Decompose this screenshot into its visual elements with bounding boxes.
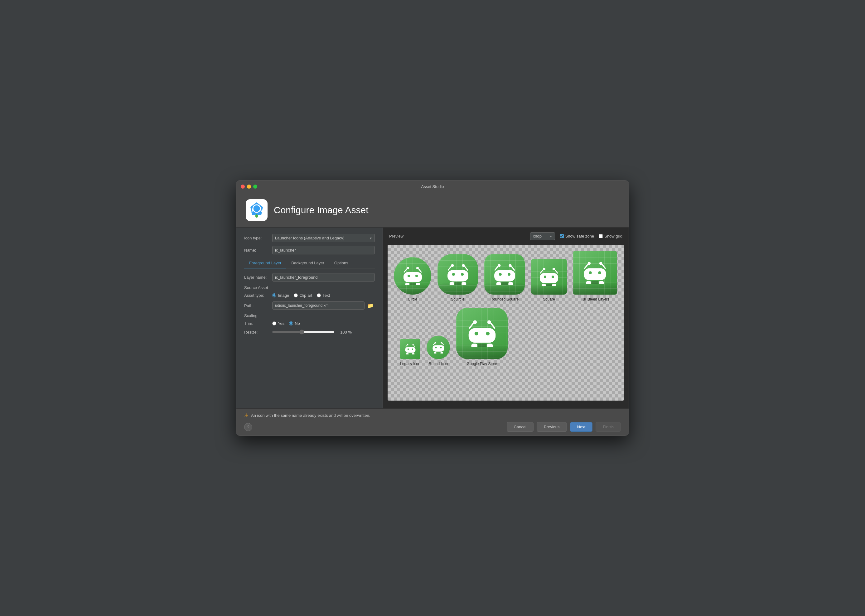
svg-rect-33: [508, 282, 513, 285]
warning-icon: ⚠: [244, 412, 248, 418]
preview-grid: Circle: [388, 245, 624, 401]
svg-point-10: [407, 275, 410, 277]
svg-rect-77: [469, 328, 495, 343]
content-area: Icon type: Launcher Icons (Adaptive and …: [236, 228, 629, 409]
show-grid-label[interactable]: Show grid: [599, 234, 623, 239]
asset-type-clipart-label: Clip art: [299, 293, 312, 298]
icon-legacy: [400, 339, 420, 359]
bottom-actions: ? Cancel Previous Next Finish: [244, 422, 621, 432]
title-bar: Asset Studio: [236, 181, 629, 193]
svg-line-37: [540, 270, 543, 273]
resize-row: Resize: 100 %: [244, 330, 375, 335]
scaling-section: Scaling Trim: Yes No: [244, 313, 375, 335]
header-area: Configure Image Asset: [236, 193, 629, 228]
icon-round: [426, 336, 450, 359]
dpi-select[interactable]: ldpi mdpi hdpi xhdpi xxhdpi xxxhdpi: [530, 232, 555, 240]
icon-type-select[interactable]: Launcher Icons (Adaptive and Legacy) Act…: [272, 234, 375, 242]
svg-rect-24: [455, 282, 461, 285]
trim-group: Yes No: [272, 321, 300, 326]
svg-rect-62: [406, 353, 408, 354]
layer-name-input[interactable]: [272, 273, 375, 281]
asset-type-image[interactable]: Image: [272, 293, 289, 298]
show-safe-zone-label[interactable]: Show safe zone: [560, 234, 594, 239]
asset-type-clipart[interactable]: Clip art: [294, 293, 312, 298]
svg-rect-19: [447, 270, 469, 281]
svg-line-66: [433, 343, 434, 345]
svg-rect-29: [494, 270, 515, 281]
android-icon-google-play: [465, 320, 499, 347]
svg-rect-80: [471, 344, 477, 347]
logo-svg: [247, 201, 266, 220]
tab-background-layer[interactable]: Background Layer: [286, 258, 329, 269]
svg-rect-72: [440, 352, 443, 353]
svg-rect-52: [586, 281, 591, 284]
path-label: Path:: [244, 303, 269, 308]
resize-slider[interactable]: [272, 330, 335, 335]
show-safe-zone-checkbox[interactable]: [560, 234, 564, 238]
trim-yes[interactable]: Yes: [272, 321, 285, 326]
svg-point-40: [544, 276, 546, 278]
asset-type-text[interactable]: Text: [317, 293, 330, 298]
svg-line-17: [448, 267, 451, 270]
svg-point-79: [486, 332, 489, 335]
svg-rect-68: [432, 345, 444, 351]
svg-rect-9: [404, 272, 422, 282]
trim-label: Trim:: [244, 321, 269, 326]
resize-slider-container: 100 %: [272, 330, 352, 335]
svg-rect-22: [449, 282, 454, 285]
icon-fullbleed: [573, 251, 617, 295]
svg-rect-32: [496, 282, 501, 285]
previous-button[interactable]: Previous: [537, 422, 567, 432]
app-logo: [246, 199, 267, 221]
icon-type-row: Icon type: Launcher Icons (Adaptive and …: [244, 234, 375, 242]
preview-item-round: Round Icon: [426, 336, 450, 366]
icon-type-select-wrapper: Launcher Icons (Adaptive and Legacy) Act…: [272, 234, 375, 242]
android-icon-fullbleed: [581, 262, 609, 284]
asset-type-image-label: Image: [278, 293, 289, 298]
svg-point-70: [440, 347, 442, 348]
svg-point-21: [461, 273, 464, 276]
minimize-button[interactable]: [247, 185, 251, 189]
preview-header: Preview ldpi mdpi hdpi xhdpi xxhdpi xxxh…: [388, 232, 624, 240]
folder-browse-button[interactable]: 📁: [366, 302, 375, 309]
preview-item-legacy: Legacy Icon: [400, 339, 420, 366]
android-icon-square: [537, 267, 561, 286]
layer-name-label: Layer name:: [244, 275, 269, 280]
svg-rect-44: [546, 284, 552, 286]
maximize-button[interactable]: [253, 185, 257, 189]
trim-no[interactable]: No: [289, 321, 300, 326]
layer-tabs: Foreground Layer Background Layer Option…: [244, 258, 375, 269]
rounded-label: Rounded Square: [491, 297, 519, 302]
circle-label: Circle: [408, 297, 418, 302]
show-grid-checkbox[interactable]: [599, 234, 603, 238]
svg-rect-59: [405, 347, 415, 353]
icon-square: [531, 259, 567, 295]
svg-line-18: [465, 267, 467, 270]
svg-line-57: [405, 345, 407, 347]
svg-line-76: [491, 323, 495, 328]
fullbleed-label: Full Bleed Layers: [580, 297, 610, 302]
preview-row-2: Legacy Icon: [394, 308, 618, 366]
svg-line-58: [414, 345, 415, 347]
tab-foreground-layer[interactable]: Foreground Layer: [244, 258, 286, 269]
source-asset-header: Source Asset: [244, 285, 375, 290]
svg-rect-82: [478, 344, 486, 347]
finish-button[interactable]: Finish: [596, 422, 621, 432]
svg-rect-13: [416, 283, 420, 285]
help-button[interactable]: ?: [244, 423, 252, 431]
svg-point-31: [508, 273, 510, 276]
svg-point-60: [407, 348, 409, 349]
icon-google-play: [456, 308, 508, 359]
svg-line-8: [419, 269, 421, 272]
icon-rounded: [484, 254, 525, 295]
close-button[interactable]: [241, 185, 245, 189]
svg-point-11: [415, 275, 418, 277]
cancel-button[interactable]: Cancel: [507, 422, 533, 432]
tab-options[interactable]: Options: [329, 258, 353, 269]
preview-item-square: Square: [531, 259, 567, 302]
path-input[interactable]: [272, 302, 365, 310]
resize-value: 100 %: [338, 330, 352, 335]
svg-rect-54: [591, 281, 599, 284]
name-input[interactable]: [272, 246, 375, 255]
next-button[interactable]: Next: [570, 422, 593, 432]
